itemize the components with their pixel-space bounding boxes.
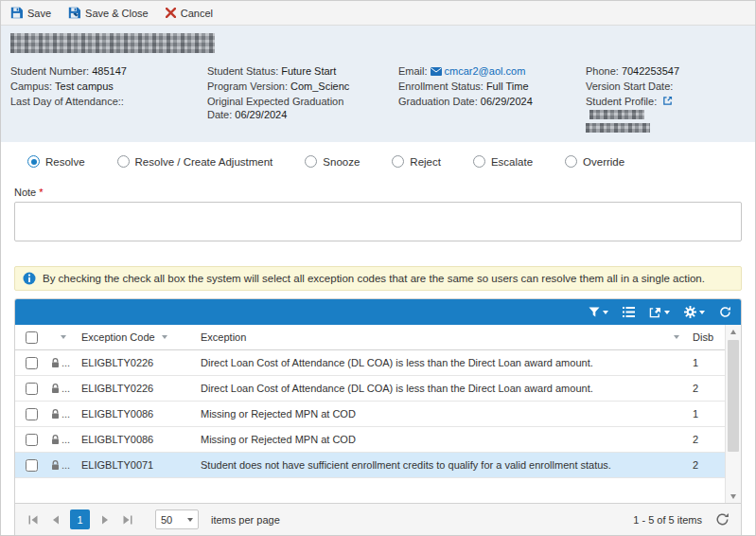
exceptions-window: Save Save & Close Cancel Student Number:… xyxy=(0,0,756,536)
scroll-up-button[interactable] xyxy=(726,325,741,338)
row-checkbox[interactable] xyxy=(26,357,38,369)
lock-icon xyxy=(51,358,60,368)
table-row[interactable]: ... ELIGBLTY0086 Missing or Rejected MPN… xyxy=(15,427,725,453)
phone-value: 7042253547 xyxy=(622,65,679,77)
command-toolbar: Save Save & Close Cancel xyxy=(1,1,755,26)
column-chooser-icon xyxy=(623,307,635,317)
external-link-icon[interactable] xyxy=(662,96,673,106)
student-status-label: Student Status: xyxy=(207,65,278,77)
grid-toolbar xyxy=(15,299,741,325)
export-icon xyxy=(649,307,661,318)
lock-icon xyxy=(51,409,60,420)
next-page-button[interactable] xyxy=(95,509,114,529)
original-expected-graduation-date-value: 06/29/2024 xyxy=(235,109,287,120)
student-info-column-4: Phone:7042253547 Version Start Date: Stu… xyxy=(586,64,746,134)
redacted-student-profile-link[interactable] xyxy=(589,110,644,119)
campus-label: Campus: xyxy=(10,80,52,92)
grid-settings-button[interactable] xyxy=(684,306,705,318)
chevron-down-icon xyxy=(187,518,193,522)
radio-resolve[interactable]: Resolve xyxy=(27,155,85,168)
scrollbar-track[interactable] xyxy=(726,338,741,490)
info-banner-text: By checking the check all box the system… xyxy=(43,273,705,284)
first-page-button[interactable] xyxy=(23,509,43,529)
check-all-checkbox[interactable] xyxy=(26,331,38,344)
row-checkbox[interactable] xyxy=(26,408,38,420)
lock-icon xyxy=(51,435,60,445)
required-asterisk: * xyxy=(39,187,43,198)
items-per-page-label: items per page xyxy=(211,514,280,526)
first-page-icon xyxy=(28,515,38,525)
cancel-button[interactable]: Cancel xyxy=(166,8,213,19)
version-start-date-label: Version Start Date: xyxy=(586,80,673,92)
radio-resolve-create-adjustment-label: Resolve / Create Adjustment xyxy=(135,156,273,168)
cancel-icon xyxy=(166,8,176,18)
radio-circle-icon xyxy=(473,155,485,168)
enrollment-status-value: Full Time xyxy=(486,80,529,92)
page-size-value: 50 xyxy=(161,514,172,526)
chevron-down-icon xyxy=(699,311,705,314)
save-button[interactable]: Save xyxy=(10,7,51,19)
grid-header-row: Exception Code Exception Disb xyxy=(15,325,725,350)
grid-pager: 1 50 items per page 1 - 5 of 5 items xyxy=(15,503,741,535)
export-button[interactable] xyxy=(649,307,670,318)
note-input[interactable] xyxy=(14,202,742,241)
radio-override[interactable]: Override xyxy=(565,155,624,168)
exceptions-grid: Exception Code Exception Disb ... ELIGBL… xyxy=(14,298,742,536)
radio-snooze[interactable]: Snooze xyxy=(305,155,360,168)
student-info-column-3: Email:cmcar2@aol.com Enrollment Status:F… xyxy=(398,64,586,110)
row-checkbox[interactable] xyxy=(26,434,38,446)
exception-code-column-header[interactable]: Exception Code xyxy=(79,331,197,343)
radio-circle-icon xyxy=(27,155,40,168)
radio-reject-label: Reject xyxy=(410,156,441,168)
page-size-dropdown[interactable]: 50 xyxy=(155,509,199,529)
previous-page-icon xyxy=(52,515,60,525)
radio-resolve-label: Resolve xyxy=(45,156,85,168)
exception-cell: Direct Loan Cost of Attendance (DL COA) … xyxy=(201,383,593,394)
exception-column-header[interactable]: Exception xyxy=(197,331,687,343)
grid-refresh-button[interactable] xyxy=(719,306,731,318)
email-label: Email: xyxy=(398,65,428,77)
column-menu-icon[interactable] xyxy=(162,335,167,339)
disbursement-column-header[interactable]: Disb xyxy=(687,331,725,343)
column-menu-icon[interactable] xyxy=(61,335,66,339)
radio-resolve-create-adjustment[interactable]: Resolve / Create Adjustment xyxy=(117,155,273,168)
radio-circle-icon xyxy=(565,155,577,168)
filter-button[interactable] xyxy=(589,307,608,317)
table-row-selected[interactable]: ... ELIGBLTY0071 Student does not have s… xyxy=(15,453,725,478)
row-checkbox[interactable] xyxy=(26,459,38,472)
last-day-of-attendance-label: Last Day of Attendance:: xyxy=(10,96,124,107)
disbursement-cell: 2 xyxy=(687,434,725,445)
previous-page-button[interactable] xyxy=(45,509,65,529)
last-page-button[interactable] xyxy=(117,509,137,529)
radio-reject[interactable]: Reject xyxy=(392,155,441,168)
last-page-icon xyxy=(123,515,132,525)
save-and-close-button[interactable]: Save & Close xyxy=(68,7,149,19)
grid-empty-area xyxy=(15,478,725,503)
exception-cell: Missing or Rejected MPN at COD xyxy=(201,434,356,445)
scroll-down-button[interactable] xyxy=(726,490,741,503)
grid-refresh-icon xyxy=(719,306,731,318)
vertical-scrollbar[interactable] xyxy=(725,325,741,503)
info-icon xyxy=(23,272,36,285)
scrollbar-thumb[interactable] xyxy=(728,340,739,452)
radio-escalate[interactable]: Escalate xyxy=(473,155,533,168)
pager-range-label: 1 - 5 of 5 items xyxy=(633,514,702,526)
check-all-cell xyxy=(15,331,47,344)
current-page-button[interactable]: 1 xyxy=(70,509,90,529)
email-link[interactable]: cmcar2@aol.com xyxy=(445,65,526,77)
row-checkbox[interactable] xyxy=(26,383,38,395)
pager-refresh-icon[interactable] xyxy=(715,512,730,527)
student-profile-label: Student Profile: xyxy=(586,96,657,107)
column-menu-icon[interactable] xyxy=(674,335,679,339)
lock-column-header[interactable] xyxy=(47,335,79,339)
resolution-options: Resolve Resolve / Create Adjustment Snoo… xyxy=(27,155,742,168)
redacted-student-profile-link-line2[interactable] xyxy=(586,123,650,133)
column-chooser-button[interactable] xyxy=(623,307,635,317)
gear-icon xyxy=(684,306,696,318)
table-row[interactable]: ... ELIGBLTY0226 Direct Loan Cost of Att… xyxy=(15,350,725,376)
student-info-column-2: Student Status:Future Start Program Vers… xyxy=(207,64,398,123)
radio-circle-icon xyxy=(117,155,130,168)
exception-code-cell: ELIGBLTY0226 xyxy=(81,383,153,394)
table-row[interactable]: ... ELIGBLTY0086 Missing or Rejected MPN… xyxy=(15,402,725,427)
table-row[interactable]: ... ELIGBLTY0226 Direct Loan Cost of Att… xyxy=(15,376,725,402)
